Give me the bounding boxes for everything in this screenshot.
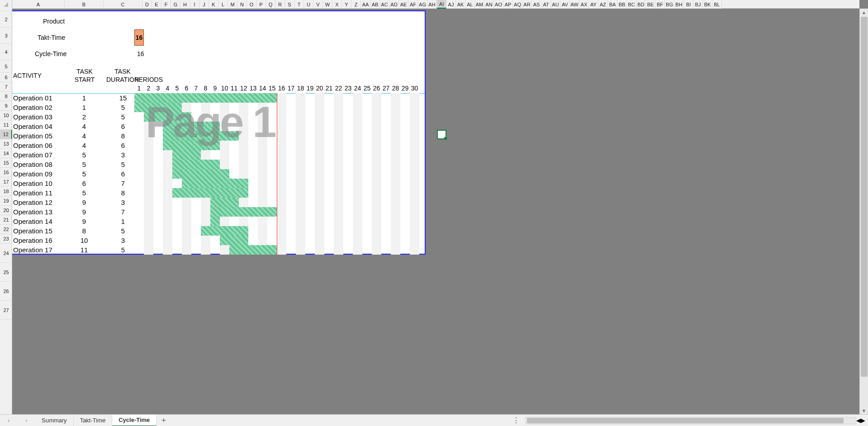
row-header-14[interactable]: 14 bbox=[0, 149, 12, 158]
col-header-BG[interactable]: BG bbox=[665, 0, 674, 9]
col-header-AG[interactable]: AG bbox=[418, 0, 427, 9]
col-header-AO[interactable]: AO bbox=[494, 0, 503, 9]
col-header-BJ[interactable]: BJ bbox=[693, 0, 703, 9]
tab-nav-arrows[interactable]: ‹ › bbox=[0, 417, 35, 424]
col-header-AY[interactable]: AY bbox=[589, 0, 598, 9]
row-header-27[interactable]: 27 bbox=[0, 301, 12, 320]
col-header-L[interactable]: L bbox=[218, 0, 228, 9]
col-header-BE[interactable]: BE bbox=[646, 0, 655, 9]
col-header-BI[interactable]: BI bbox=[684, 0, 693, 9]
row-header-23[interactable]: 23 bbox=[0, 234, 12, 244]
col-header-C[interactable]: C bbox=[104, 0, 142, 9]
row-header-21[interactable]: 21 bbox=[0, 215, 12, 225]
col-header-J[interactable]: J bbox=[199, 0, 209, 9]
row-header-16[interactable]: 16 bbox=[0, 168, 12, 177]
tab-nav-prev-icon[interactable]: ‹ bbox=[8, 417, 9, 424]
col-header-D[interactable]: D bbox=[142, 0, 152, 9]
row-header-7[interactable]: 7 bbox=[0, 82, 12, 92]
row-header-26[interactable]: 26 bbox=[0, 282, 12, 301]
col-header-N[interactable]: N bbox=[237, 0, 247, 9]
tab-menu-icon[interactable]: ⋮ bbox=[511, 416, 521, 425]
col-header-BK[interactable]: BK bbox=[703, 0, 712, 9]
col-header-BL[interactable]: BL bbox=[712, 0, 722, 9]
col-header-AF[interactable]: AF bbox=[408, 0, 418, 9]
scroll-up-icon[interactable]: ▲ bbox=[860, 9, 868, 16]
row-header-5[interactable]: 5 bbox=[0, 60, 12, 73]
row-header-20[interactable]: 20 bbox=[0, 206, 12, 215]
scroll-down-icon[interactable]: ▼ bbox=[860, 407, 868, 414]
col-header-V[interactable]: V bbox=[313, 0, 323, 9]
col-header-I[interactable]: I bbox=[190, 0, 199, 9]
add-sheet-button[interactable]: ＋ bbox=[157, 416, 171, 425]
row-header-18[interactable]: 18 bbox=[0, 187, 12, 196]
col-header-A[interactable]: A bbox=[12, 0, 65, 9]
row-header-3[interactable]: 3 bbox=[0, 28, 12, 44]
col-header-AC[interactable]: AC bbox=[380, 0, 389, 9]
col-header-O[interactable]: O bbox=[247, 0, 256, 9]
scroll-right-icon[interactable]: ▶ bbox=[861, 417, 865, 424]
col-header-AA[interactable]: AA bbox=[361, 0, 370, 9]
col-header-Y[interactable]: Y bbox=[342, 0, 351, 9]
col-header-K[interactable]: K bbox=[209, 0, 218, 9]
row-header-12[interactable]: 12 bbox=[0, 130, 12, 139]
col-header-AZ[interactable]: AZ bbox=[598, 0, 608, 9]
row-header-2[interactable]: 2 bbox=[0, 11, 12, 28]
active-cell-indicator[interactable] bbox=[437, 130, 446, 139]
row-header-10[interactable]: 10 bbox=[0, 111, 12, 120]
col-header-H[interactable]: H bbox=[180, 0, 190, 9]
col-header-S[interactable]: S bbox=[285, 0, 294, 9]
takt-value-cell[interactable]: 16 bbox=[134, 29, 144, 46]
col-header-BF[interactable]: BF bbox=[655, 0, 665, 9]
col-header-AV[interactable]: AV bbox=[560, 0, 570, 9]
col-header-T[interactable]: T bbox=[294, 0, 304, 9]
vertical-scrollbar[interactable]: ▲ ▼ bbox=[859, 9, 868, 414]
col-header-BA[interactable]: BA bbox=[608, 0, 617, 9]
col-header-AH[interactable]: AH bbox=[427, 0, 437, 9]
row-header-13[interactable]: 13 bbox=[0, 139, 12, 149]
col-header-B[interactable]: B bbox=[65, 0, 104, 9]
scroll-left-icon[interactable]: ◀ bbox=[856, 417, 861, 424]
col-header-BH[interactable]: BH bbox=[674, 0, 684, 9]
col-header-AW[interactable]: AW bbox=[570, 0, 579, 9]
cycle-value-cell[interactable]: 16 bbox=[137, 50, 144, 57]
col-header-BB[interactable]: BB bbox=[617, 0, 627, 9]
col-header-AX[interactable]: AX bbox=[579, 0, 589, 9]
hscroll-thumb[interactable] bbox=[527, 418, 844, 423]
row-header-25[interactable]: 25 bbox=[0, 263, 12, 282]
select-all-corner[interactable] bbox=[0, 0, 12, 9]
row-header-17[interactable]: 17 bbox=[0, 177, 12, 187]
row-header-6[interactable]: 6 bbox=[0, 73, 12, 82]
col-header-F[interactable]: F bbox=[161, 0, 171, 9]
col-header-AP[interactable]: AP bbox=[503, 0, 513, 9]
tab-nav-next-icon[interactable]: › bbox=[25, 417, 27, 424]
col-header-AB[interactable]: AB bbox=[370, 0, 380, 9]
row-header-8[interactable]: 8 bbox=[0, 92, 12, 101]
col-header-AN[interactable]: AN bbox=[484, 0, 494, 9]
col-header-AJ[interactable]: AJ bbox=[446, 0, 456, 9]
sheet-tab-summary[interactable]: Summary bbox=[35, 415, 74, 426]
row-header-4[interactable]: 4 bbox=[0, 44, 12, 60]
col-header-AL[interactable]: AL bbox=[465, 0, 475, 9]
col-header-U[interactable]: U bbox=[304, 0, 313, 9]
col-header-Q[interactable]: Q bbox=[266, 0, 275, 9]
col-header-BD[interactable]: BD bbox=[636, 0, 646, 9]
col-header-W[interactable]: W bbox=[323, 0, 332, 9]
col-header-E[interactable]: E bbox=[152, 0, 161, 9]
col-header-AD[interactable]: AD bbox=[389, 0, 399, 9]
col-header-M[interactable]: M bbox=[228, 0, 237, 9]
col-header-AI[interactable]: AI bbox=[437, 0, 446, 9]
col-header-P[interactable]: P bbox=[256, 0, 266, 9]
row-header-22[interactable]: 22 bbox=[0, 225, 12, 234]
row-header-19[interactable]: 19 bbox=[0, 196, 12, 206]
sheet-tab-takt[interactable]: Takt-Time bbox=[74, 415, 113, 426]
col-header-AS[interactable]: AS bbox=[532, 0, 541, 9]
col-header-AM[interactable]: AM bbox=[475, 0, 484, 9]
sheet-tab-cycle[interactable]: Cycle-Time bbox=[112, 415, 157, 426]
row-header-15[interactable]: 15 bbox=[0, 158, 12, 168]
row-header-11[interactable]: 11 bbox=[0, 120, 12, 130]
col-header-AU[interactable]: AU bbox=[551, 0, 560, 9]
col-header-AK[interactable]: AK bbox=[456, 0, 465, 9]
col-header-R[interactable]: R bbox=[275, 0, 285, 9]
col-header-BC[interactable]: BC bbox=[627, 0, 636, 9]
col-header-AQ[interactable]: AQ bbox=[513, 0, 522, 9]
